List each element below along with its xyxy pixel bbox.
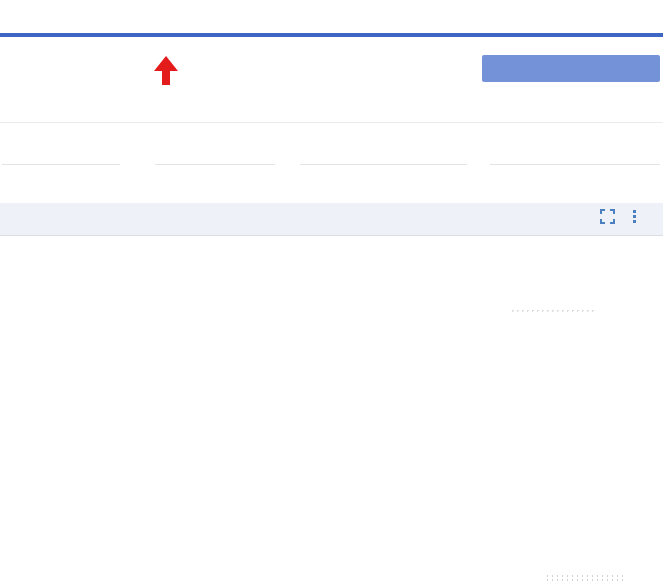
period-tabbar (0, 203, 663, 236)
macd-legend (20, 571, 34, 585)
header-divider (0, 33, 663, 37)
chart-toolbar (600, 209, 636, 224)
chart-scrollbar[interactable] (545, 574, 623, 582)
more-options-icon[interactable] (633, 210, 636, 223)
up-arrow-icon (154, 56, 178, 86)
kline-chart-canvas[interactable] (0, 276, 663, 561)
stat-range (490, 124, 660, 165)
stat-amplitude (300, 124, 467, 165)
reverse-rate-button[interactable] (482, 55, 660, 82)
page-title (8, 4, 14, 30)
fullscreen-icon[interactable] (600, 209, 615, 224)
stat-prev-close (155, 124, 275, 165)
quote-stats-table (0, 122, 663, 213)
stat-open (2, 124, 120, 165)
